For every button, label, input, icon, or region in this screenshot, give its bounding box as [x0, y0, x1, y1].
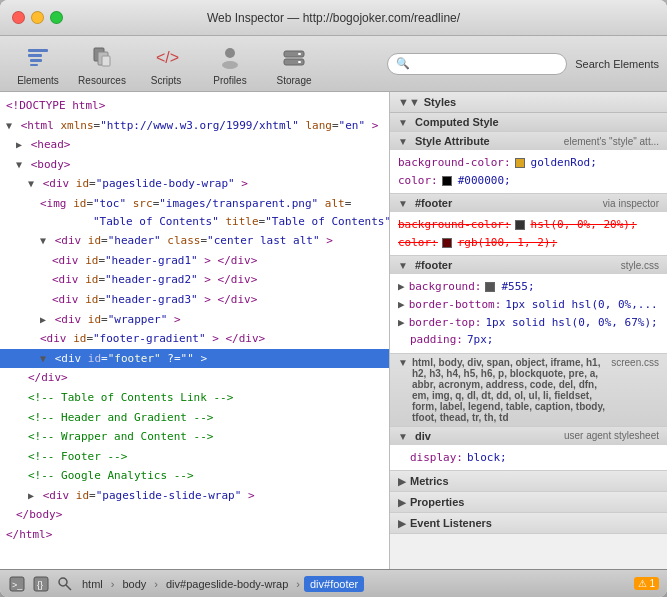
footer-bgcolor-swatch	[515, 216, 527, 234]
dom-line-close-div[interactable]: </div>	[0, 368, 389, 388]
triangle-pageslide[interactable]	[28, 178, 34, 189]
prop-bgcolor-name: background-color:	[398, 154, 511, 172]
prop-footer-bg-name: background:	[409, 278, 482, 296]
properties-triangle: ▶	[398, 497, 406, 508]
footer-css-label: #footer	[415, 259, 452, 271]
footer-inspector-body: background-color: hsl(0, 0%, 20%); color…	[390, 212, 667, 255]
maximize-button[interactable]	[50, 11, 63, 24]
prop-display: display: block;	[398, 449, 659, 467]
div-useragent-header[interactable]: ▼ div user agent stylesheet	[390, 427, 667, 445]
footer-inspector-header[interactable]: ▼ #footer via inspector	[390, 194, 667, 212]
triangle-body[interactable]	[16, 159, 22, 170]
svg-point-9	[222, 61, 238, 69]
toolbar: Elements Resources </> Scripts	[0, 36, 667, 92]
profiles-label: Profiles	[213, 75, 246, 86]
footer-css-header[interactable]: ▼ #footer style.css	[390, 256, 667, 274]
breadcrumb-html[interactable]: html	[78, 576, 107, 592]
warning-badge: ⚠ 1	[634, 577, 659, 590]
dom-line-img[interactable]: <img id="toc" src="images/transparent.pn…	[0, 194, 389, 231]
triangle-wrapper[interactable]	[40, 314, 46, 325]
prop-border-top-val: 1px solid hsl(0, 0%, 67%);	[485, 314, 657, 332]
breadcrumb-footer[interactable]: div#footer	[304, 576, 364, 592]
dom-line-hgrad3[interactable]: <div id="header-grad3" > </div>	[0, 290, 389, 310]
prop-border-top-name: border-top:	[409, 314, 482, 332]
elements-icon	[22, 41, 54, 73]
computed-style-header[interactable]: ▼ Computed Style	[390, 113, 667, 131]
dom-line-comment-toc[interactable]: <!-- Table of Contents Link -->	[0, 388, 389, 408]
expand-icon[interactable]: ▶	[398, 278, 405, 296]
prop-footer-bg: ▶ background: #555;	[398, 278, 659, 296]
expand-border-bottom[interactable]: ▶	[398, 296, 405, 314]
prop-color: color: #000000;	[398, 172, 659, 190]
breadcrumb-pageslide[interactable]: div#pageslide-body-wrap	[162, 576, 292, 592]
profiles-tool-button[interactable]: Profiles	[200, 40, 260, 88]
div-useragent-section: ▼ div user agent stylesheet display: blo…	[390, 427, 667, 472]
scripts-tool-button[interactable]: </> Scripts	[136, 40, 196, 88]
event-listeners-section[interactable]: ▶ Event Listeners	[390, 513, 667, 534]
prop-border-bottom: ▶ border-bottom: 1px solid hsl(0, 0%,...	[398, 296, 659, 314]
screen-css-triangle: ▼	[398, 357, 408, 368]
dom-line-head[interactable]: <head>	[0, 135, 389, 155]
resources-tool-button[interactable]: Resources	[72, 40, 132, 88]
properties-section[interactable]: ▶ Properties	[390, 492, 667, 513]
dom-line-comment-header[interactable]: <!-- Header and Gradient -->	[0, 408, 389, 428]
dom-line-pageslide-wrap[interactable]: <div id="pageslide-body-wrap" >	[0, 174, 389, 194]
div-useragent-label: div	[415, 430, 431, 442]
style-attr-section: ▼ Style Attribute element's "style" att.…	[390, 132, 667, 194]
dom-line-hgrad2[interactable]: <div id="header-grad2" > </div>	[0, 270, 389, 290]
style-attr-header[interactable]: ▼ Style Attribute element's "style" att.…	[390, 132, 667, 150]
minimize-button[interactable]	[31, 11, 44, 24]
scope-icon[interactable]: {}	[32, 575, 50, 593]
resources-label: Resources	[78, 75, 126, 86]
elements-tool-button[interactable]: Elements	[8, 40, 68, 88]
prop-footer-bgcolor-name: background-color:	[398, 216, 511, 234]
metrics-label: Metrics	[410, 475, 449, 487]
storage-tool-button[interactable]: Storage	[264, 40, 324, 88]
metrics-section[interactable]: ▶ Metrics	[390, 471, 667, 492]
dom-line-comment-wrapper[interactable]: <!-- Wrapper and Content -->	[0, 427, 389, 447]
elements-label: Elements	[17, 75, 59, 86]
footer-css-section: ▼ #footer style.css ▶ background: #555; …	[390, 256, 667, 353]
search-statusbar-icon[interactable]	[56, 575, 74, 593]
screen-css-header[interactable]: ▼ html, body, div, span, object, iframe,…	[390, 354, 667, 426]
dom-line-close-body[interactable]: </body>	[0, 505, 389, 525]
prop-padding: padding: 7px;	[398, 331, 659, 349]
close-button[interactable]	[12, 11, 25, 24]
expand-border-top[interactable]: ▶	[398, 314, 405, 332]
titlebar: Web Inspector — http://bogojoker.com/rea…	[0, 0, 667, 36]
dom-line-body[interactable]: <body>	[0, 155, 389, 175]
prop-footer-color-val: rgb(100, 1, 2);	[458, 234, 557, 252]
dom-line-header[interactable]: <div id="header" class="center last alt"…	[0, 231, 389, 251]
prop-display-name: display:	[410, 449, 463, 467]
dom-line-pageslide-slide[interactable]: <div id="pageslide-slide-wrap" >	[0, 486, 389, 506]
triangle-head[interactable]	[16, 139, 22, 150]
search-input-box[interactable]: 🔍	[387, 53, 567, 75]
window-title: Web Inspector — http://bogojoker.com/rea…	[207, 11, 460, 25]
console-icon[interactable]: >_	[8, 575, 26, 593]
styles-triangle[interactable]: ▼	[398, 96, 420, 108]
prop-padding-val: 7px;	[467, 331, 494, 349]
dom-line-doctype[interactable]: <!DOCTYPE html>	[0, 96, 389, 116]
triangle-slide[interactable]	[28, 490, 34, 501]
dom-line-hgrad1[interactable]: <div id="header-grad1" > </div>	[0, 251, 389, 271]
triangle-html[interactable]	[6, 120, 12, 131]
breadcrumb-body[interactable]: body	[118, 576, 150, 592]
style-attr-body: background-color: goldenRod; color: #000…	[390, 150, 667, 193]
svg-rect-6	[102, 56, 110, 66]
triangle-footer[interactable]	[40, 353, 46, 364]
svg-line-19	[66, 585, 71, 590]
prop-footer-color-name: color:	[398, 234, 438, 252]
dom-line-close-html[interactable]: </html>	[0, 525, 389, 545]
profiles-icon	[214, 41, 246, 73]
dom-line-comment-analytics[interactable]: <!-- Google Analytics -->	[0, 466, 389, 486]
triangle-header[interactable]	[40, 235, 46, 246]
dom-line-html[interactable]: <html xmlns="http://www.w3.org/1999/xhtm…	[0, 116, 389, 136]
dom-line-footer[interactable]: <div id="footer" ?="" >	[0, 349, 389, 369]
dom-line-wrapper[interactable]: <div id="wrapper" >	[0, 310, 389, 330]
dom-panel[interactable]: <!DOCTYPE html> <html xmlns="http://www.…	[0, 92, 390, 569]
screen-css-selector: html, body, div, span, object, iframe, h…	[412, 357, 607, 423]
warning-count: 1	[649, 578, 655, 589]
search-elements-label: Search Elements	[575, 58, 659, 70]
dom-line-footer-gradient[interactable]: <div id="footer-gradient" > </div>	[0, 329, 389, 349]
dom-line-comment-footer[interactable]: <!-- Footer -->	[0, 447, 389, 467]
